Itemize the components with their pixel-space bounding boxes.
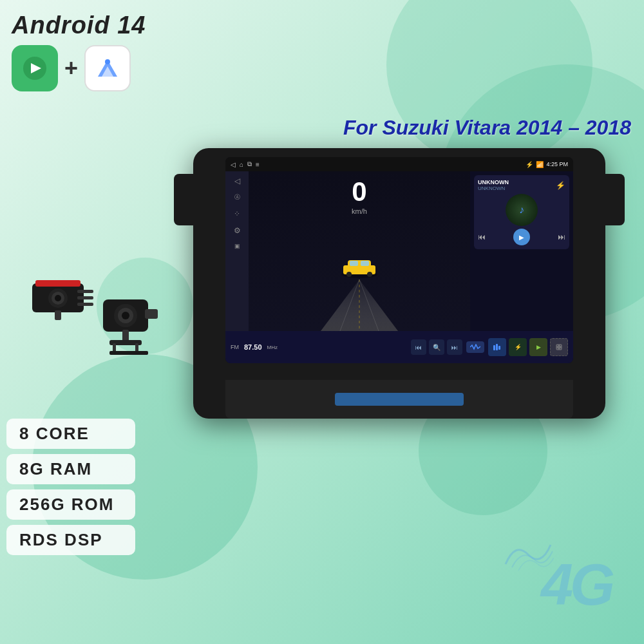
spec-rds-dsp-text: RDS DSP — [19, 530, 103, 550]
car-visual — [249, 215, 470, 331]
screen-left-nav: ◁ Ⓐ ⁘ ⚙ ▣ — [225, 171, 249, 331]
extra-app-icon[interactable] — [550, 338, 568, 356]
backup-camera — [97, 296, 167, 363]
svg-point-2 — [105, 59, 110, 64]
layers-icon: ⧉ — [247, 160, 252, 168]
android-auto-logo — [84, 45, 131, 91]
product-title: For Suzuki Vitara 2014 – 2018 — [343, 116, 631, 140]
music-track-title: UNKNOWN — [478, 179, 509, 185]
spec-rds-dsp: RDS DSP — [6, 525, 135, 555]
spec-rom-text: 256G ROM — [19, 495, 115, 515]
svg-point-35 — [122, 312, 129, 319]
signal-waves-icon — [502, 535, 554, 580]
android-version-title: Android 14 — [12, 12, 146, 39]
unit-bezel: ◁ ⌂ ⧉ ≡ ⚡ 📶 4:25 PM ◁ Ⓐ ⁘ ⚙ — [193, 148, 605, 419]
play-button[interactable]: ▶ — [513, 229, 530, 245]
fm-next-button[interactable]: ⏭ — [447, 339, 462, 355]
bottom-app-icons: ⚡ ▶ — [488, 338, 568, 356]
svg-rect-22 — [560, 348, 562, 350]
road-svg — [308, 273, 411, 331]
speed-display: 0 km/h — [249, 171, 470, 215]
screen-statusbar: ◁ ⌂ ⧉ ≡ ⚡ 📶 4:25 PM — [225, 157, 573, 171]
fm-controls: ⏮ 🔍 ⏭ — [411, 338, 568, 356]
spec-ram: 8G RAM — [6, 454, 135, 484]
spec-rom: 256G ROM — [6, 489, 135, 520]
screen-right-panel: UNKNOWN UNKNOWN ⚡ ♪ ⏮ ▶ ⏭ — [470, 171, 573, 331]
svg-rect-30 — [77, 303, 93, 306]
specs-panel: 8 CORE 8G RAM 256G ROM RDS DSP — [6, 419, 135, 555]
nav-settings-icon[interactable]: ⚙ — [234, 226, 241, 235]
fm-nav-buttons: ⏮ 🔍 ⏭ — [411, 339, 462, 355]
svg-rect-20 — [560, 345, 562, 346]
music-panel: UNKNOWN UNKNOWN ⚡ ♪ ⏮ ▶ ⏭ — [474, 175, 569, 249]
music-controls: ⏮ ▶ ⏭ — [478, 229, 565, 245]
music-album-art: ♪ — [506, 194, 538, 226]
unit-screen: ◁ ⌂ ⧉ ≡ ⚡ 📶 4:25 PM ◁ Ⓐ ⁘ ⚙ — [225, 157, 573, 363]
svg-rect-16 — [498, 346, 500, 350]
spec-core: 8 CORE — [6, 419, 135, 449]
nav-alpha-icon[interactable]: Ⓐ — [234, 193, 240, 202]
bluetooth-status-icon: ⚡ — [526, 161, 533, 168]
statusbar-right: ⚡ 📶 4:25 PM — [526, 161, 568, 168]
home-icon: ⌂ — [240, 161, 243, 168]
speed-unit: km/h — [249, 207, 470, 215]
backup-cam-svg — [97, 296, 167, 361]
video-app-icon[interactable]: ▶ — [529, 338, 547, 356]
svg-point-13 — [367, 272, 372, 277]
nav-back-icon[interactable]: ◁ — [234, 176, 240, 185]
svg-rect-14 — [493, 345, 495, 350]
spec-core-text: 8 CORE — [19, 424, 90, 444]
bt-music-app-icon[interactable]: ⚡ — [509, 338, 527, 356]
screen-center-panel: 0 km/h — [249, 171, 470, 331]
dsp-icon-svg — [492, 342, 502, 352]
dsp-waveform-icon — [470, 344, 480, 350]
menu-icon: ≡ — [256, 161, 260, 168]
screen-main-area: ◁ Ⓐ ⁘ ⚙ ▣ 0 km/h — [225, 171, 573, 331]
fm-search-button[interactable]: 🔍 — [429, 339, 444, 355]
fm-prev-button[interactable]: ⏮ — [411, 339, 426, 355]
dash-cam-svg — [19, 270, 109, 322]
svg-rect-19 — [556, 345, 558, 346]
svg-rect-15 — [496, 344, 498, 350]
bezel-handle-bar — [335, 393, 464, 406]
fm-label: FM — [231, 344, 239, 350]
speed-value: 0 — [249, 176, 470, 207]
car-svg-icon — [340, 254, 379, 279]
svg-rect-31 — [55, 310, 61, 320]
svg-point-27 — [55, 295, 61, 301]
head-unit-container: ◁ ⌂ ⧉ ≡ ⚡ 📶 4:25 PM ◁ Ⓐ ⁘ ⚙ — [180, 148, 618, 438]
signal-waves-svg — [502, 535, 554, 574]
fm-frequency: 87.50 — [244, 343, 262, 351]
nav-media-icon[interactable]: ▣ — [234, 243, 240, 249]
dsp-button[interactable] — [466, 341, 484, 353]
screen-bottom-bar: FM 87.50 MHz ⏮ 🔍 ⏭ — [225, 331, 573, 363]
bluetooth-music-icon: ⚡ — [556, 181, 565, 190]
bezel-bottom-panel — [225, 380, 573, 419]
next-track-button[interactable]: ⏭ — [558, 232, 565, 242]
plus-sign: + — [64, 55, 78, 82]
svg-point-12 — [346, 272, 352, 277]
svg-rect-28 — [77, 290, 93, 293]
svg-rect-29 — [77, 296, 93, 299]
back-icon: ◁ — [231, 161, 236, 168]
dash-camera — [19, 270, 109, 325]
spec-ram-text: 8G RAM — [19, 459, 92, 479]
svg-rect-21 — [556, 348, 558, 350]
app-logos-row: + — [12, 45, 131, 91]
fm-unit: MHz — [267, 345, 278, 350]
svg-rect-11 — [361, 261, 369, 266]
grid-icon — [554, 343, 564, 352]
svg-rect-10 — [350, 261, 358, 266]
nav-apps-icon[interactable]: ⁘ — [234, 209, 240, 218]
svg-rect-41 — [109, 351, 148, 355]
statusbar-left: ◁ ⌂ ⧉ ≡ — [231, 160, 260, 168]
carplay-icon — [21, 54, 49, 82]
prev-track-button[interactable]: ⏮ — [478, 232, 486, 242]
dsp-app-icon[interactable] — [488, 338, 506, 356]
time-display: 4:25 PM — [546, 161, 568, 167]
android-auto-icon — [91, 52, 124, 84]
svg-rect-36 — [145, 309, 158, 319]
carplay-logo — [12, 45, 58, 91]
music-note-icon: ♪ — [519, 204, 524, 216]
svg-rect-24 — [35, 280, 80, 287]
